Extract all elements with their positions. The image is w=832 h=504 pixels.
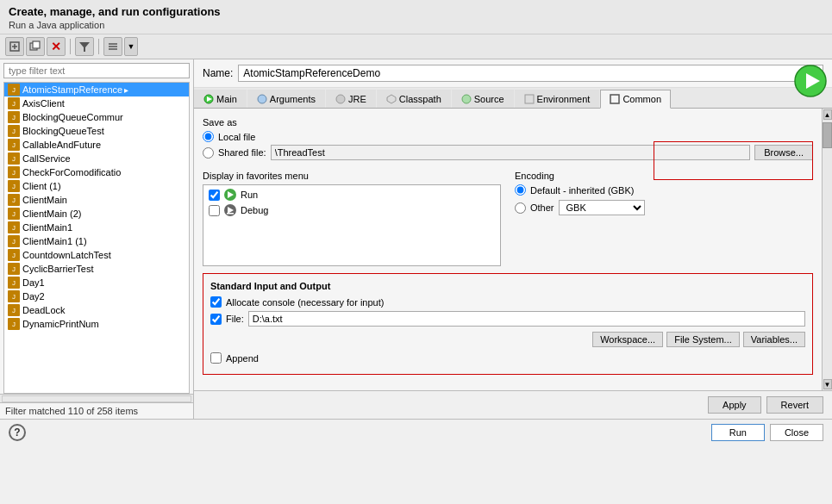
list-item[interactable]: J CheckForComodificatio [4,165,189,179]
list-item[interactable]: J CallableAndFuture [4,138,189,152]
tab-common[interactable]: Common [600,90,671,109]
revert-button[interactable]: Revert [766,396,823,414]
list-item[interactable]: J AtomicStampReference ▸ [4,83,189,96]
tab-arguments[interactable]: Arguments [247,90,325,108]
file-path-input[interactable] [248,311,805,327]
allocate-console-checkbox[interactable] [210,296,222,308]
list-item-label: ClientMain [22,195,67,205]
tab-main[interactable]: Main [194,90,247,108]
scrollbar-thumb[interactable] [823,122,832,148]
close-button[interactable]: Close [770,424,823,441]
main-content: J AtomicStampReference ▸ J AxisClient J … [0,59,832,419]
apply-button[interactable]: Apply [708,396,761,414]
list-item-label: DynamicPrintNum [22,319,99,329]
variables-button[interactable]: Variables... [743,332,805,347]
svg-rect-17 [525,95,534,103]
save-as-radio-group: Local file Shared file: Browse... [203,131,813,160]
list-item[interactable]: J AxisClient [4,96,189,110]
tabs-row: Main Arguments JRE Classpath Source [194,88,832,109]
tab-classpath[interactable]: Classpath [377,90,451,108]
list-item-label: CountdownLatchTest [22,250,111,260]
fav-run-item: Run [205,187,498,202]
svg-marker-15 [387,95,396,103]
list-item[interactable]: J CallService [4,152,189,165]
list-item[interactable]: J CountdownLatchTest [4,248,189,262]
tab-common-label: Common [622,94,661,104]
shared-file-radio[interactable] [203,147,214,159]
local-file-radio[interactable] [203,131,214,142]
shared-file-input[interactable] [271,145,750,160]
list-item-label: AtomicStampReference [22,84,122,95]
fav-debug-item: Debug [205,202,498,218]
help-icon[interactable]: ? [9,424,26,441]
file-system-button[interactable]: File System... [666,332,740,347]
allocate-console-label: Allocate console (necessary for input) [226,297,384,308]
java-icon: J [8,304,20,316]
save-as-section: Save as Local file Shared file: Browse..… [203,117,813,160]
toolbar-separator-1 [70,39,71,54]
list-item-label: ClientMain1 [22,222,72,233]
right-scrollbar[interactable]: ▲ ▼ [822,109,832,390]
run-button[interactable]: Run [711,424,765,441]
other-encoding-radio[interactable] [515,202,526,214]
allocate-console-row: Allocate console (necessary for input) [210,296,805,308]
collapse-button[interactable] [103,37,122,56]
fav-run-checkbox[interactable] [209,190,220,201]
delete-button[interactable]: ✕ [47,37,66,56]
tab-environment[interactable]: Environment [515,90,600,108]
toolbar-separator-2 [98,39,99,54]
java-icon: J [8,194,20,206]
file-label: File: [226,314,244,324]
list-item[interactable]: J BlockingQueueTest [4,124,189,138]
list-item[interactable]: J ClientMain [4,193,189,207]
new-config-button[interactable] [5,37,24,56]
workspace-button[interactable]: Workspace... [592,332,663,347]
filter-input[interactable] [3,63,190,78]
toolbar-dropdown-button[interactable]: ▼ [124,37,138,56]
svg-point-16 [462,95,471,103]
shared-file-label: Shared file: [218,147,266,158]
circle-green-icon [203,94,214,104]
list-item-label: AxisClient [22,98,65,109]
toolbar: ✕ ▼ [0,34,832,59]
name-input[interactable] [238,65,823,82]
default-encoding-radio[interactable] [515,184,526,196]
header-title: Create, manage, and run configurations [9,5,823,18]
tab-source[interactable]: Source [452,90,514,108]
list-item[interactable]: J Day1 [4,276,189,289]
java-icon: J [8,208,20,220]
list-item[interactable]: J ClientMain1 [4,221,189,234]
filter-status: Filter matched 110 of 258 items [0,402,193,419]
append-checkbox[interactable] [210,352,222,364]
list-item[interactable]: J CyclicBarrierTest [4,262,189,276]
java-icon: J [8,249,20,261]
tab-jre[interactable]: JRE [326,90,376,108]
java-icon: J [8,125,20,137]
list-item[interactable]: J DynamicPrintNum [4,317,189,331]
filter-button[interactable] [75,37,94,56]
encoding-select[interactable]: GBK UTF-8 ISO-8859-1 [559,200,645,215]
browse-button[interactable]: Browse... [754,145,813,160]
name-label: Name: [203,67,233,79]
file-checkbox[interactable] [210,314,222,325]
list-item-label: Client (1) [22,181,61,191]
list-item[interactable]: J ClientMain1 (1) [4,234,189,248]
svg-rect-4 [33,41,40,48]
save-as-label: Save as [203,117,813,128]
file-row: File: [210,311,805,327]
horizontal-scrollbar[interactable] [0,394,193,402]
java-icon: J [8,166,20,178]
list-item[interactable]: J Day2 [4,289,189,303]
left-panel: J AtomicStampReference ▸ J AxisClient J … [0,59,194,419]
java-icon: J [8,97,20,109]
default-encoding-row: Default - inherited (GBK) [515,184,813,196]
run-play-icon[interactable] [794,65,827,100]
two-col-section: Display in favorites menu Run [203,171,813,266]
fav-debug-checkbox[interactable] [209,205,220,216]
list-item[interactable]: J Client (1) [4,179,189,193]
list-item-label: Day2 [22,291,45,302]
list-item[interactable]: J DeadLock [4,303,189,317]
list-item[interactable]: J ClientMain (2) [4,207,189,221]
duplicate-button[interactable] [26,37,45,56]
list-item[interactable]: J BlockingQueueCommur [4,110,189,124]
